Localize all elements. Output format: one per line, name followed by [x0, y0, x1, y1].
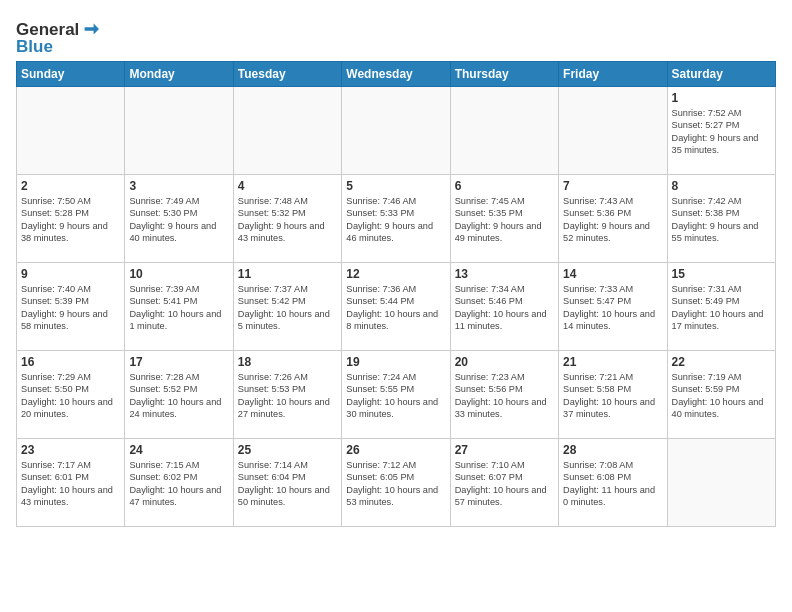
weekday-header-wednesday: Wednesday	[342, 62, 450, 87]
day-number: 15	[672, 267, 771, 281]
calendar-cell: 7Sunrise: 7:43 AM Sunset: 5:36 PM Daylig…	[559, 175, 667, 263]
day-number: 25	[238, 443, 337, 457]
day-info: Sunrise: 7:42 AM Sunset: 5:38 PM Dayligh…	[672, 195, 771, 245]
day-info: Sunrise: 7:26 AM Sunset: 5:53 PM Dayligh…	[238, 371, 337, 421]
calendar-cell: 8Sunrise: 7:42 AM Sunset: 5:38 PM Daylig…	[667, 175, 775, 263]
calendar-cell: 10Sunrise: 7:39 AM Sunset: 5:41 PM Dayli…	[125, 263, 233, 351]
calendar-cell: 20Sunrise: 7:23 AM Sunset: 5:56 PM Dayli…	[450, 351, 558, 439]
header: General Blue	[16, 16, 776, 55]
calendar-week-1: 2Sunrise: 7:50 AM Sunset: 5:28 PM Daylig…	[17, 175, 776, 263]
day-info: Sunrise: 7:48 AM Sunset: 5:32 PM Dayligh…	[238, 195, 337, 245]
day-info: Sunrise: 7:10 AM Sunset: 6:07 PM Dayligh…	[455, 459, 554, 509]
day-number: 1	[672, 91, 771, 105]
day-number: 3	[129, 179, 228, 193]
day-info: Sunrise: 7:37 AM Sunset: 5:42 PM Dayligh…	[238, 283, 337, 333]
day-info: Sunrise: 7:15 AM Sunset: 6:02 PM Dayligh…	[129, 459, 228, 509]
day-info: Sunrise: 7:39 AM Sunset: 5:41 PM Dayligh…	[129, 283, 228, 333]
calendar-cell: 5Sunrise: 7:46 AM Sunset: 5:33 PM Daylig…	[342, 175, 450, 263]
calendar-cell: 1Sunrise: 7:52 AM Sunset: 5:27 PM Daylig…	[667, 87, 775, 175]
day-number: 28	[563, 443, 662, 457]
day-info: Sunrise: 7:14 AM Sunset: 6:04 PM Dayligh…	[238, 459, 337, 509]
weekday-header-friday: Friday	[559, 62, 667, 87]
day-info: Sunrise: 7:36 AM Sunset: 5:44 PM Dayligh…	[346, 283, 445, 333]
day-number: 26	[346, 443, 445, 457]
day-number: 6	[455, 179, 554, 193]
weekday-header-thursday: Thursday	[450, 62, 558, 87]
day-number: 2	[21, 179, 120, 193]
day-info: Sunrise: 7:17 AM Sunset: 6:01 PM Dayligh…	[21, 459, 120, 509]
day-number: 16	[21, 355, 120, 369]
calendar-week-2: 9Sunrise: 7:40 AM Sunset: 5:39 PM Daylig…	[17, 263, 776, 351]
day-info: Sunrise: 7:29 AM Sunset: 5:50 PM Dayligh…	[21, 371, 120, 421]
calendar-cell: 21Sunrise: 7:21 AM Sunset: 5:58 PM Dayli…	[559, 351, 667, 439]
calendar-cell: 6Sunrise: 7:45 AM Sunset: 5:35 PM Daylig…	[450, 175, 558, 263]
weekday-header-row: SundayMondayTuesdayWednesdayThursdayFrid…	[17, 62, 776, 87]
calendar-table: SundayMondayTuesdayWednesdayThursdayFrid…	[16, 61, 776, 527]
calendar-cell: 27Sunrise: 7:10 AM Sunset: 6:07 PM Dayli…	[450, 439, 558, 527]
calendar-cell: 24Sunrise: 7:15 AM Sunset: 6:02 PM Dayli…	[125, 439, 233, 527]
day-number: 5	[346, 179, 445, 193]
day-info: Sunrise: 7:49 AM Sunset: 5:30 PM Dayligh…	[129, 195, 228, 245]
day-info: Sunrise: 7:23 AM Sunset: 5:56 PM Dayligh…	[455, 371, 554, 421]
day-number: 8	[672, 179, 771, 193]
weekday-header-monday: Monday	[125, 62, 233, 87]
calendar-cell: 14Sunrise: 7:33 AM Sunset: 5:47 PM Dayli…	[559, 263, 667, 351]
day-info: Sunrise: 7:43 AM Sunset: 5:36 PM Dayligh…	[563, 195, 662, 245]
calendar-cell	[233, 87, 341, 175]
day-info: Sunrise: 7:33 AM Sunset: 5:47 PM Dayligh…	[563, 283, 662, 333]
day-number: 27	[455, 443, 554, 457]
calendar-cell: 18Sunrise: 7:26 AM Sunset: 5:53 PM Dayli…	[233, 351, 341, 439]
calendar-cell: 11Sunrise: 7:37 AM Sunset: 5:42 PM Dayli…	[233, 263, 341, 351]
calendar-cell: 17Sunrise: 7:28 AM Sunset: 5:52 PM Dayli…	[125, 351, 233, 439]
day-info: Sunrise: 7:08 AM Sunset: 6:08 PM Dayligh…	[563, 459, 662, 509]
logo-general-text: General	[16, 21, 79, 38]
day-number: 23	[21, 443, 120, 457]
weekday-header-sunday: Sunday	[17, 62, 125, 87]
page-container: General Blue SundayMondayTuesdayWednesda…	[0, 0, 792, 537]
day-number: 22	[672, 355, 771, 369]
calendar-cell: 2Sunrise: 7:50 AM Sunset: 5:28 PM Daylig…	[17, 175, 125, 263]
day-info: Sunrise: 7:19 AM Sunset: 5:59 PM Dayligh…	[672, 371, 771, 421]
calendar-cell: 25Sunrise: 7:14 AM Sunset: 6:04 PM Dayli…	[233, 439, 341, 527]
logo-blue-text: Blue	[16, 38, 53, 55]
day-info: Sunrise: 7:31 AM Sunset: 5:49 PM Dayligh…	[672, 283, 771, 333]
day-number: 10	[129, 267, 228, 281]
day-info: Sunrise: 7:12 AM Sunset: 6:05 PM Dayligh…	[346, 459, 445, 509]
calendar-cell: 13Sunrise: 7:34 AM Sunset: 5:46 PM Dayli…	[450, 263, 558, 351]
logo-icon	[81, 20, 99, 38]
calendar-cell: 28Sunrise: 7:08 AM Sunset: 6:08 PM Dayli…	[559, 439, 667, 527]
calendar-week-4: 23Sunrise: 7:17 AM Sunset: 6:01 PM Dayli…	[17, 439, 776, 527]
calendar-cell: 12Sunrise: 7:36 AM Sunset: 5:44 PM Dayli…	[342, 263, 450, 351]
day-info: Sunrise: 7:40 AM Sunset: 5:39 PM Dayligh…	[21, 283, 120, 333]
calendar-cell	[125, 87, 233, 175]
calendar-cell: 19Sunrise: 7:24 AM Sunset: 5:55 PM Dayli…	[342, 351, 450, 439]
calendar-cell	[17, 87, 125, 175]
day-info: Sunrise: 7:28 AM Sunset: 5:52 PM Dayligh…	[129, 371, 228, 421]
calendar-cell: 23Sunrise: 7:17 AM Sunset: 6:01 PM Dayli…	[17, 439, 125, 527]
weekday-header-saturday: Saturday	[667, 62, 775, 87]
calendar-cell	[667, 439, 775, 527]
day-number: 14	[563, 267, 662, 281]
day-info: Sunrise: 7:52 AM Sunset: 5:27 PM Dayligh…	[672, 107, 771, 157]
day-number: 7	[563, 179, 662, 193]
day-info: Sunrise: 7:46 AM Sunset: 5:33 PM Dayligh…	[346, 195, 445, 245]
day-info: Sunrise: 7:45 AM Sunset: 5:35 PM Dayligh…	[455, 195, 554, 245]
day-number: 9	[21, 267, 120, 281]
day-info: Sunrise: 7:21 AM Sunset: 5:58 PM Dayligh…	[563, 371, 662, 421]
day-number: 12	[346, 267, 445, 281]
day-number: 13	[455, 267, 554, 281]
calendar-cell: 15Sunrise: 7:31 AM Sunset: 5:49 PM Dayli…	[667, 263, 775, 351]
calendar-cell	[342, 87, 450, 175]
calendar-week-3: 16Sunrise: 7:29 AM Sunset: 5:50 PM Dayli…	[17, 351, 776, 439]
calendar-week-0: 1Sunrise: 7:52 AM Sunset: 5:27 PM Daylig…	[17, 87, 776, 175]
day-number: 4	[238, 179, 337, 193]
day-number: 20	[455, 355, 554, 369]
calendar-cell	[559, 87, 667, 175]
weekday-header-tuesday: Tuesday	[233, 62, 341, 87]
calendar-cell: 4Sunrise: 7:48 AM Sunset: 5:32 PM Daylig…	[233, 175, 341, 263]
day-number: 18	[238, 355, 337, 369]
logo: General Blue	[16, 20, 99, 55]
calendar-cell: 16Sunrise: 7:29 AM Sunset: 5:50 PM Dayli…	[17, 351, 125, 439]
day-number: 24	[129, 443, 228, 457]
calendar-cell: 3Sunrise: 7:49 AM Sunset: 5:30 PM Daylig…	[125, 175, 233, 263]
